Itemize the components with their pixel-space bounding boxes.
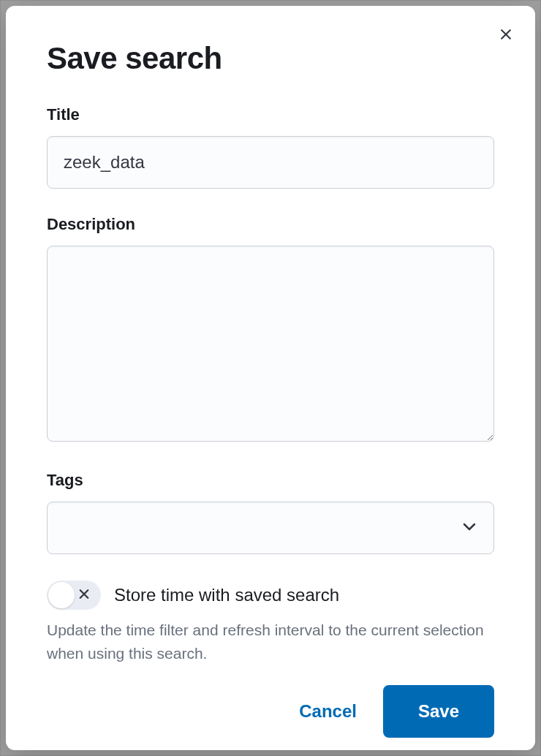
description-field-row: Description [47, 215, 494, 445]
close-icon [499, 27, 513, 44]
store-time-label: Store time with saved search [114, 585, 339, 605]
x-icon [77, 588, 91, 603]
toggle-thumb [48, 582, 75, 608]
modal-title: Save search [47, 41, 494, 76]
cancel-button[interactable]: Cancel [299, 701, 357, 722]
tags-field-row: Tags [47, 471, 494, 554]
title-input[interactable] [47, 136, 494, 189]
description-label: Description [47, 215, 494, 234]
tags-combobox[interactable] [47, 502, 494, 554]
store-time-row: Store time with saved search Update the … [47, 581, 494, 665]
close-button[interactable] [494, 23, 518, 47]
title-label: Title [47, 105, 494, 124]
description-textarea[interactable] [47, 246, 494, 442]
modal-footer: Cancel Save [6, 665, 535, 756]
store-time-toggle[interactable] [47, 581, 101, 610]
save-search-modal: Save search Title Description Tags [6, 6, 535, 750]
modal-body: Title Description Tags [6, 76, 535, 665]
title-field-row: Title [47, 105, 494, 189]
save-button[interactable]: Save [383, 685, 494, 738]
store-time-toggle-row: Store time with saved search [47, 581, 494, 610]
store-time-help-text: Update the time filter and refresh inter… [47, 619, 494, 665]
tags-label: Tags [47, 471, 494, 490]
tags-select-wrapper [47, 502, 494, 554]
modal-header: Save search [6, 6, 535, 76]
